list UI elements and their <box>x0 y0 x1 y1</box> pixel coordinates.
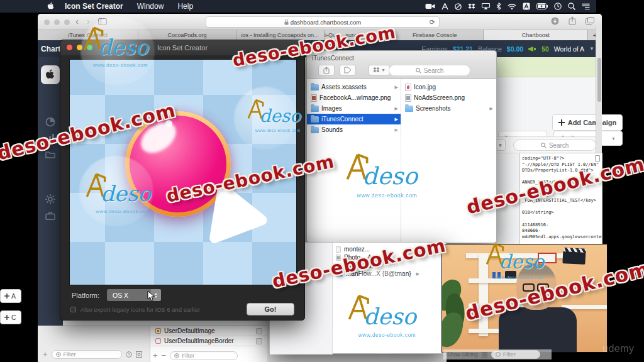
add-app-button-partial[interactable]: A <box>0 289 21 303</box>
plus-icon <box>558 119 565 126</box>
chevron-down-icon: ▼ <box>589 46 594 52</box>
minimize-button[interactable] <box>54 19 60 25</box>
resource-row[interactable]: UserDefaultImageBorder <box>150 336 267 346</box>
spotlight-icon[interactable] <box>568 3 575 10</box>
desktop: ‹ › dashboard.chartboost.com ⟳ iTunes Co… <box>0 0 644 362</box>
resource-row[interactable]: UserDefaultImage <box>150 326 267 336</box>
go-button[interactable]: Go! <box>247 303 294 315</box>
airplay-icon[interactable] <box>482 3 490 9</box>
filter-icon <box>56 352 61 357</box>
gear-icon[interactable] <box>45 194 55 204</box>
coins-count[interactable]: 50 <box>541 45 549 53</box>
chevron-down-icon: ▼ <box>381 68 386 72</box>
search-icon <box>541 143 547 148</box>
clock-icon[interactable] <box>126 351 132 358</box>
scrollbar-thumb[interactable] <box>597 58 601 102</box>
plus-icon <box>4 293 9 299</box>
zoom-button[interactable] <box>64 19 70 25</box>
battery-icon[interactable] <box>536 3 548 9</box>
media-library-icon[interactable] <box>136 351 142 358</box>
mouse-cursor <box>147 290 155 302</box>
apple-logo-icon <box>45 69 55 80</box>
tab-cocoapods[interactable]: CocoaPods.org <box>138 30 236 40</box>
campaign-search-field[interactable]: Search <box>513 140 596 151</box>
list-item[interactable]: Icon.jpg <box>401 82 496 92</box>
close-button[interactable] <box>44 19 50 25</box>
add-icon[interactable]: + <box>43 349 48 359</box>
chevron-down-icon: ▼ <box>611 136 616 141</box>
file-icon <box>336 246 341 253</box>
forward-icon[interactable]: › <box>87 16 90 26</box>
image-swatch-icon <box>155 328 161 334</box>
window-title: Icon Set Creator <box>157 44 208 52</box>
tag-button[interactable] <box>340 65 356 75</box>
chartboost-sidebar <box>38 57 63 326</box>
list-item[interactable]: NoAdsScreen.png <box>401 92 496 103</box>
share-icon[interactable] <box>569 16 576 25</box>
menu-app-name[interactable]: Icon Set Creator <box>65 2 123 11</box>
share-icon <box>323 67 330 74</box>
safari-traffic-lights[interactable] <box>44 19 70 25</box>
add-icon[interactable]: + <box>153 351 158 360</box>
lock-icon <box>284 19 289 25</box>
tab-chartboost[interactable]: Chartboost <box>484 30 588 40</box>
input-source-icon[interactable] <box>523 3 530 10</box>
filter-icon <box>496 352 501 357</box>
image-swatch-icon <box>155 338 161 344</box>
tab-overview-icon[interactable] <box>586 17 594 25</box>
add-campaign-button[interactable]: Add Campaign <box>552 114 623 131</box>
filter-field[interactable]: Filter <box>52 350 122 359</box>
resources-list: UserDefaultImage UserDefaultImageBorder … <box>150 326 267 362</box>
list-item[interactable]: Screenshots▶ <box>401 103 496 114</box>
back-icon[interactable]: ‹ <box>75 16 79 26</box>
apple-menu[interactable] <box>47 2 55 11</box>
dropbox-icon[interactable] <box>468 3 475 10</box>
close-button[interactable] <box>67 45 72 50</box>
account-menu[interactable]: World of A <box>554 45 584 53</box>
share-button[interactable] <box>318 65 335 75</box>
clock-icon[interactable] <box>554 3 562 10</box>
show-slicing-button[interactable]: Show Slicing <box>447 351 478 358</box>
list-item[interactable]: Assets.xcassets▶ <box>307 82 401 92</box>
grid-icon[interactable] <box>482 352 487 358</box>
filter-field[interactable]: Filter <box>491 350 540 359</box>
notification-center-icon[interactable] <box>582 3 590 9</box>
list-item[interactable]: FacebookA...wImage.png <box>307 92 401 103</box>
balance-value[interactable]: $0.00 <box>507 45 523 53</box>
character-viewer-icon[interactable] <box>441 3 448 10</box>
checkbox-icon[interactable] <box>70 307 76 312</box>
folder-icon <box>311 116 319 123</box>
filter-icon <box>174 353 179 358</box>
xcode-slicing-bar: Show Slicing Filter <box>443 349 552 359</box>
do-not-disturb-icon[interactable] <box>455 3 462 10</box>
wifi-icon[interactable] <box>508 3 516 9</box>
menu-help[interactable]: Help <box>177 2 193 11</box>
reload-icon[interactable]: ⟳ <box>430 18 435 26</box>
plus-icon <box>4 315 9 320</box>
bluetooth-icon[interactable] <box>496 3 501 10</box>
legacy-icons-checkbox[interactable]: Also export legacy icons for iOS 6 and e… <box>70 306 200 313</box>
app-icon-apple[interactable] <box>41 65 60 84</box>
filter-field[interactable]: Filter <box>170 351 238 360</box>
folder-icon <box>311 127 319 133</box>
image-file-icon <box>405 94 411 102</box>
detail-button[interactable] <box>256 338 262 344</box>
address-bar[interactable]: dashboard.chartboost.com ⟳ <box>206 16 440 28</box>
finder-search-field[interactable]: Search <box>389 65 470 76</box>
tab-firebase-console[interactable]: Firebase Console <box>386 30 484 40</box>
list-item-selected[interactable]: iTunesConnect▶ <box>307 114 401 124</box>
menu-window[interactable]: Window <box>137 2 164 11</box>
chevron-down-icon: ▼ <box>498 143 503 148</box>
trash-icon <box>595 155 600 162</box>
create-button-partial[interactable]: C <box>0 310 21 324</box>
video-camera-icon[interactable] <box>425 3 435 9</box>
list-item[interactable]: Images▶ <box>307 103 401 114</box>
briefcase-icon[interactable] <box>45 212 55 220</box>
folder-icon <box>405 106 413 112</box>
detail-button[interactable] <box>256 328 262 334</box>
downloads-icon[interactable] <box>551 17 559 25</box>
analytics-pie-icon[interactable] <box>45 117 55 127</box>
dropbox-actions-button[interactable]: ▼ <box>369 65 390 75</box>
clapperboard <box>562 248 586 265</box>
remove-icon[interactable]: − <box>162 351 167 360</box>
